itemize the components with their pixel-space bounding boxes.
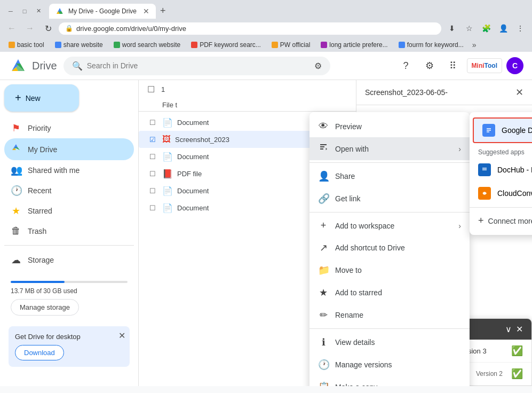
sidebar-item-recent[interactable]: 🕐 Recent [4, 180, 134, 201]
bookmark-share-website[interactable]: share website [51, 40, 107, 50]
extensions-icon[interactable]: 🧩 [479, 21, 494, 36]
upload-success-icon: ✅ [511, 345, 523, 357]
bookmark-favicon [321, 42, 327, 48]
bookmark-long-article[interactable]: long article prefere... [316, 40, 392, 50]
menu-item-move-to[interactable]: 📁 Move to [309, 259, 470, 281]
help-button[interactable]: ? [396, 56, 416, 75]
settings-button[interactable]: ⚙ [420, 56, 439, 75]
menu-item-preview[interactable]: 👁 Preview [309, 115, 470, 137]
bookmark-label: share website [63, 41, 103, 49]
sidebar-item-trash[interactable]: 🗑 Trash [4, 221, 134, 241]
download-page-icon[interactable]: ⬇ [444, 21, 459, 36]
security-icon: 🔒 [65, 25, 73, 32]
profile-icon[interactable]: 👤 [496, 21, 511, 36]
sidebar-item-label: Priority [28, 124, 51, 132]
menu-item-view-details[interactable]: ℹ View details [309, 331, 470, 353]
bookmark-basic-tool[interactable]: basic tool [4, 40, 49, 50]
tab-close-button[interactable]: ✕ [143, 7, 149, 15]
new-icon: + [15, 92, 21, 104]
more-bookmarks-button[interactable]: » [470, 40, 479, 50]
connect-divider [470, 207, 532, 208]
uploads-close-button[interactable]: ✕ [516, 324, 523, 334]
menu-item-add-workspace[interactable]: + Add to workspace › [309, 215, 470, 237]
banner-download-button[interactable]: Download [15, 345, 64, 360]
menu-item-label: Add to starred [335, 288, 382, 297]
menu-divider-2 [309, 212, 470, 213]
address-bar[interactable]: 🔒 drive.google.com/drive/u/0/my-drive [59, 22, 441, 35]
open-with-icon [318, 143, 329, 155]
sidebar-item-label: My Drive [28, 145, 57, 154]
file-checkbox[interactable]: ☑ [149, 136, 156, 144]
bookmark-pw-official[interactable]: PW official [267, 40, 314, 50]
sidebar-item-shared[interactable]: 👥 Shared with me [4, 160, 134, 180]
move-icon: 📁 [318, 264, 329, 276]
sidebar-item-my-drive[interactable]: My Drive [4, 138, 134, 160]
new-button[interactable]: + New [4, 84, 79, 112]
active-tab[interactable]: My Drive - Google Drive ✕ [49, 4, 156, 19]
sidebar-item-label: Shared with me [28, 166, 80, 175]
bookmark-fourm[interactable]: fourm for keyword... [394, 40, 468, 50]
preview-title: Screenshot_2023-06-05- [365, 88, 515, 97]
starred-icon: ★ [11, 205, 21, 217]
sidebar-item-starred[interactable]: ★ Starred [4, 201, 134, 221]
search-bar[interactable]: 🔍 ⚙ [63, 57, 330, 75]
file-checkbox[interactable]: ☐ [149, 170, 156, 178]
submenu-item-dochub[interactable]: DocHub - PDF Sign and Edit [470, 158, 532, 182]
header-actions: ? ⚙ ⠿ Mini Tool C [396, 56, 523, 75]
apps-button[interactable]: ⠿ [443, 56, 463, 75]
search-options-icon[interactable]: ⚙ [314, 61, 322, 71]
menu-item-make-copy[interactable]: 📋 Make a copy [309, 376, 470, 386]
shortcut-icon: ↗ [318, 242, 329, 254]
uploads-collapse-button[interactable]: ∨ [505, 324, 512, 334]
menu-item-get-link[interactable]: 🔗 Get link [309, 187, 470, 210]
menu-icon[interactable]: ⋮ [513, 21, 528, 36]
menu-item-add-starred[interactable]: ★ Add to starred [309, 281, 470, 304]
bookmark-word-search[interactable]: word search website [109, 40, 185, 50]
file-checkbox[interactable]: ☐ [149, 204, 156, 212]
file-checkbox[interactable]: ☐ [149, 153, 156, 161]
user-avatar[interactable]: C [506, 57, 523, 74]
file-checkbox[interactable]: ☐ [149, 119, 156, 127]
select-all-checkbox[interactable]: ☐ [147, 84, 155, 95]
banner-close-button[interactable]: ✕ [118, 331, 125, 341]
bookmark-label: word search website [122, 41, 180, 49]
file-checkbox[interactable]: ☐ [149, 187, 156, 195]
menu-item-rename[interactable]: ✏ Rename [309, 304, 470, 326]
link-icon: 🔗 [318, 193, 329, 205]
manage-storage-button[interactable]: Manage storage [11, 299, 79, 316]
doc-icon: 📄 [162, 117, 173, 128]
menu-item-open-with[interactable]: Open with › [309, 137, 470, 160]
menu-item-manage-versions[interactable]: 🕐 Manage versions [309, 353, 470, 376]
bookmark-pdf-keyword[interactable]: PDF keyword searc... [187, 40, 265, 50]
drive-logo: Drive [9, 56, 57, 75]
menu-item-share[interactable]: 👤 Share [309, 165, 470, 187]
submenu-arrow-icon-2: › [458, 222, 461, 230]
new-tab-button[interactable]: + [158, 3, 168, 19]
menu-item-label: Make a copy [335, 383, 377, 386]
sidebar-divider [4, 245, 134, 246]
priority-icon: ⚑ [11, 122, 21, 134]
drive-favicon [55, 7, 64, 15]
sidebar-item-priority[interactable]: ⚑ Priority [4, 118, 134, 138]
bookmark-favicon [55, 42, 61, 48]
connect-more-apps-item[interactable]: + Connect more apps [470, 210, 532, 232]
versions-icon: 🕐 [318, 359, 329, 371]
close-button[interactable]: ✕ [32, 6, 45, 17]
bookmark-icon[interactable]: ☆ [462, 21, 477, 36]
menu-item-label: Manage versions [335, 360, 392, 369]
submenu-arrow-icon: › [458, 145, 461, 153]
forward-button[interactable]: → [22, 21, 37, 36]
new-button-label: New [26, 94, 41, 103]
sidebar-item-storage[interactable]: ☁ Storage [4, 250, 134, 270]
minimize-button[interactable]: ─ [4, 6, 17, 17]
search-icon: 🔍 [72, 61, 83, 71]
maximize-button[interactable]: □ [18, 6, 31, 17]
menu-divider [309, 162, 470, 163]
menu-item-add-shortcut[interactable]: ↗ Add shortcut to Drive [309, 237, 470, 259]
preview-close-button[interactable]: ✕ [515, 87, 523, 98]
back-button[interactable]: ← [4, 21, 19, 36]
submenu-item-google-docs[interactable]: Google Docs [473, 117, 532, 143]
refresh-button[interactable]: ↻ [41, 21, 55, 36]
search-input[interactable] [87, 61, 310, 70]
submenu-item-cloudconvert[interactable]: CloudConvert [470, 182, 532, 205]
